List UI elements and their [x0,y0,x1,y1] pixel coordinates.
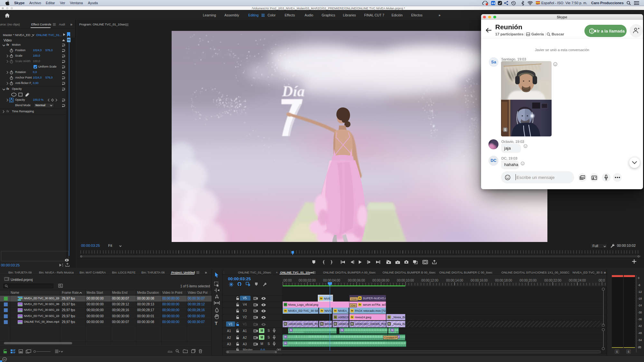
svg-text:Día: Día [282,83,305,99]
svg-text:S: S [504,128,507,132]
